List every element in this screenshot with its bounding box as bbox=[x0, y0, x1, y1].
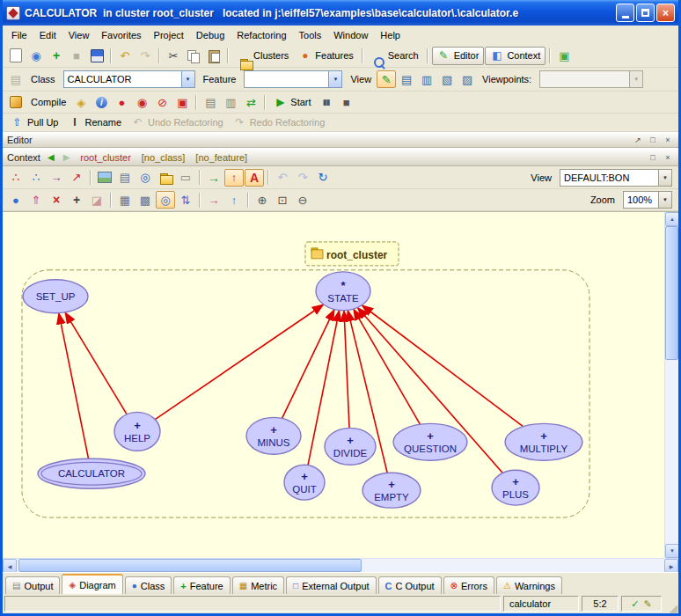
menu-help[interactable]: Help bbox=[374, 27, 406, 43]
flat-view-icon[interactable]: ▥ bbox=[417, 70, 436, 88]
go-to-icon[interactable]: → bbox=[204, 169, 223, 187]
vertical-scroll-track[interactable] bbox=[665, 226, 678, 544]
delete-tool-icon[interactable]: × bbox=[47, 191, 66, 209]
tab-class[interactable]: ●Class bbox=[125, 576, 172, 594]
interface-view-icon[interactable]: ▨ bbox=[458, 70, 477, 88]
print-diagram-icon[interactable]: ▤ bbox=[115, 169, 135, 187]
context-forward-icon[interactable]: ▶ bbox=[62, 152, 72, 162]
inheritance-edge-help-set_up[interactable] bbox=[65, 312, 127, 414]
menu-debug[interactable]: Debug bbox=[190, 27, 231, 43]
copy-icon[interactable] bbox=[184, 47, 203, 64]
paste-icon[interactable] bbox=[204, 47, 223, 64]
start-button[interactable]: ▶Start bbox=[269, 93, 315, 111]
info-icon[interactable] bbox=[92, 93, 111, 111]
chevron-down-icon[interactable]: ▼ bbox=[328, 71, 341, 87]
layout-force-icon[interactable]: ◎ bbox=[156, 191, 175, 209]
tab-external-output[interactable]: □External Output bbox=[286, 576, 376, 594]
layout-tree-icon[interactable]: ▩ bbox=[135, 191, 155, 209]
class-combo[interactable]: CALCULATOR▼ bbox=[63, 70, 195, 88]
zoom-combo[interactable]: 100%▼ bbox=[623, 191, 672, 209]
rename-button[interactable]: IRename bbox=[63, 114, 126, 131]
diagram-view-combo[interactable]: DEFAULT:BON▼ bbox=[560, 169, 672, 187]
cut-icon[interactable]: ✂ bbox=[164, 47, 183, 64]
close-pane-icon[interactable]: × bbox=[662, 135, 674, 146]
horizontal-scroll-track[interactable] bbox=[17, 559, 664, 572]
inheritance-toggle-icon[interactable]: ⇑ bbox=[26, 191, 46, 209]
raise-outputs-icon[interactable]: ▤ bbox=[201, 93, 220, 111]
redo-icon[interactable]: ↷ bbox=[135, 47, 155, 64]
redo-refactoring-button[interactable]: ↷Redo Refactoring bbox=[229, 114, 330, 131]
new-item-icon[interactable]: + bbox=[47, 47, 66, 64]
vertical-scrollbar[interactable]: ▲ ▼ bbox=[664, 212, 678, 558]
crop-icon[interactable]: ▭ bbox=[176, 169, 195, 187]
shallow-view-icon[interactable]: ↑ bbox=[224, 169, 244, 187]
chevron-down-icon[interactable]: ▼ bbox=[658, 192, 671, 208]
horizontal-scrollbar[interactable]: ◀ ▶ bbox=[3, 558, 678, 572]
title-bar[interactable]: CALCULATOR in cluster root_cluster locat… bbox=[3, 0, 678, 26]
open-cluster-icon[interactable] bbox=[156, 169, 175, 187]
clickable-view-icon[interactable]: ▤ bbox=[397, 70, 416, 88]
melt-icon[interactable] bbox=[6, 93, 26, 111]
layout-grid-icon[interactable]: ▦ bbox=[115, 191, 135, 209]
client-depth-icon[interactable]: → bbox=[204, 191, 223, 209]
context-button[interactable]: ◧Context bbox=[485, 47, 546, 65]
inheritance-link-tool-icon[interactable]: ↗ bbox=[67, 169, 86, 187]
close-pane-icon[interactable]: × bbox=[662, 151, 674, 163]
inheritance-edge-help-state[interactable] bbox=[155, 304, 323, 420]
inheritance-edge-divide-state[interactable] bbox=[344, 311, 349, 429]
pause-icon[interactable]: ▮▮ bbox=[317, 93, 336, 111]
supplier-depth-icon[interactable]: ↑ bbox=[224, 191, 244, 209]
sync-context-icon[interactable]: ⇄ bbox=[241, 93, 260, 111]
class-node-plus[interactable]: +PLUS bbox=[492, 470, 539, 505]
undock-pane-icon[interactable]: ↗ bbox=[632, 135, 644, 146]
menu-window[interactable]: Window bbox=[327, 27, 374, 43]
class-node-state[interactable]: *STATE bbox=[316, 272, 370, 311]
create-cluster-tool-icon[interactable]: ∴ bbox=[26, 169, 46, 187]
diagram-undo-icon[interactable]: ↶ bbox=[273, 169, 292, 187]
bon-class-diagram[interactable]: root_clusterSET_UP*STATE+HELPCALCULATOR+… bbox=[3, 212, 664, 558]
tab-c-output[interactable]: CC Output bbox=[378, 576, 442, 594]
run-icon[interactable]: ● bbox=[112, 93, 131, 111]
maximize-button[interactable] bbox=[636, 4, 655, 22]
class-node-question[interactable]: +QUESTION bbox=[393, 423, 467, 460]
undo-refactoring-button[interactable]: ↶Undo Refactoring bbox=[127, 114, 228, 131]
class-node-set_up[interactable]: SET_UP bbox=[23, 280, 88, 313]
diagram-refresh-icon[interactable]: ↻ bbox=[313, 169, 333, 187]
class-node-calculator[interactable]: CALCULATOR bbox=[38, 458, 145, 488]
scroll-up-icon[interactable]: ▲ bbox=[665, 212, 678, 226]
maximize-pane-icon[interactable]: □ bbox=[647, 151, 659, 163]
horizontal-scroll-thumb[interactable] bbox=[18, 559, 362, 572]
context-cluster-link[interactable]: root_cluster bbox=[77, 152, 130, 163]
basic-text-view-icon[interactable]: ✎ bbox=[377, 70, 396, 88]
handle-tool-icon[interactable]: + bbox=[67, 191, 86, 209]
scroll-left-icon[interactable]: ◀ bbox=[3, 559, 17, 573]
class-node-multiply[interactable]: +MULTIPLY bbox=[505, 423, 582, 460]
scroll-right-icon[interactable]: ▶ bbox=[664, 559, 678, 573]
context-back-icon[interactable]: ◀ bbox=[46, 152, 56, 162]
tab-errors[interactable]: ⊗Errors bbox=[443, 576, 494, 594]
tab-feature[interactable]: +Feature bbox=[173, 576, 230, 594]
export-image-icon[interactable] bbox=[95, 169, 114, 187]
search-button[interactable]: Search bbox=[367, 47, 423, 64]
tab-output[interactable]: ▤Output bbox=[5, 576, 60, 594]
editor-button[interactable]: ✎Editor bbox=[432, 47, 485, 65]
maximize-pane-icon[interactable]: □ bbox=[647, 135, 659, 146]
stop-debug-icon[interactable]: ■ bbox=[337, 93, 356, 111]
features-button[interactable]: ●Features bbox=[294, 47, 357, 64]
freeze-icon[interactable]: ◈ bbox=[71, 93, 91, 111]
quality-toggle-icon[interactable]: ● bbox=[6, 191, 26, 209]
tab-metric[interactable]: ▦Metric bbox=[232, 576, 284, 594]
create-class-tool-icon[interactable]: ∴ bbox=[6, 169, 26, 187]
external-editor-icon[interactable]: ▣ bbox=[554, 47, 574, 64]
vertical-scroll-thumb[interactable] bbox=[665, 226, 678, 360]
context-pane-header[interactable]: Context ◀ ▶ root_cluster [no_class] [no_… bbox=[3, 148, 678, 166]
stop-disabled-icon[interactable]: ■ bbox=[67, 47, 86, 64]
menu-edit[interactable]: Edit bbox=[33, 27, 62, 43]
menu-view[interactable]: View bbox=[62, 27, 96, 43]
chevron-down-icon[interactable]: ▼ bbox=[658, 170, 671, 186]
inheritance-edge-calculator-set_up[interactable] bbox=[59, 313, 89, 459]
zoom-fit-icon[interactable]: ⊡ bbox=[273, 191, 292, 209]
zoom-in-icon[interactable]: ⊕ bbox=[253, 191, 272, 209]
editor-pane-header[interactable]: Editor ↗ □ × bbox=[3, 132, 678, 148]
open-file-icon[interactable]: ◉ bbox=[26, 47, 46, 64]
